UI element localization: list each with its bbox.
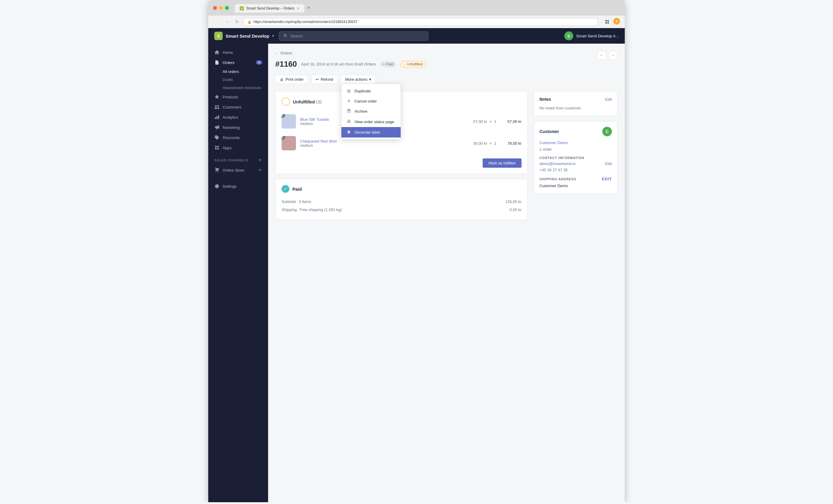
prev-order-button[interactable]: ← [597, 51, 606, 60]
more-actions-dropdown: ⊞ Duplicate ✕ Cancel order [341, 84, 401, 140]
sidebar-item-customers[interactable]: Customers [208, 102, 268, 112]
orders-icon [214, 60, 220, 65]
url-bar[interactable]: 🔒 https://smartsendio.myshopify.com/admi… [243, 18, 598, 26]
svg-rect-0 [605, 20, 607, 22]
sidebar-subitem-drafts[interactable]: Drafts [208, 76, 268, 84]
more-actions-button[interactable]: More actions ▾ ⊞ Duplicate ✕ Cancel orde [341, 75, 376, 84]
sidebar-subitem-abandoned[interactable]: Abandoned checkouts [208, 84, 268, 92]
sidebar-item-settings[interactable]: Settings [208, 181, 268, 191]
notes-header: Notes Edit [540, 97, 612, 102]
page-navigation: ← → [597, 51, 618, 60]
minimize-button[interactable] [219, 6, 223, 10]
contact-edit-button[interactable]: Edit [605, 161, 612, 166]
customer-avatar: C [602, 127, 612, 136]
shipping-address-label: SHIPPING ADDRESS [540, 177, 576, 181]
user-profile-button[interactable]: S [613, 18, 620, 25]
sidebar-submenu-orders: All orders Drafts Abandoned checkouts [208, 68, 268, 92]
more-actions-chevron-icon: ▾ [369, 77, 371, 82]
store-name: Smart Send Develop [225, 33, 269, 39]
online-store-eye-icon[interactable]: 👁 [258, 168, 262, 173]
notes-empty-text: No notes from customer [540, 106, 581, 110]
add-sales-channel-button[interactable]: + [259, 157, 262, 163]
analytics-label: Analytics [222, 115, 238, 120]
sidebar-item-apps[interactable]: Apps [208, 143, 268, 153]
order-actions: 🖨 Print order ↩ Refund More actions ▾ [275, 75, 618, 84]
dropdown-item-archive[interactable]: Archive [341, 106, 401, 117]
back-button[interactable]: ← [213, 18, 220, 25]
sidebar-item-marketing[interactable]: Marketing [208, 122, 268, 132]
customer-header: Customer C [540, 127, 612, 136]
customer-email[interactable]: demo@smartsend.io [540, 161, 575, 166]
sidebar-item-analytics[interactable]: Analytics [208, 112, 268, 122]
notes-title: Notes [540, 97, 551, 102]
dropdown-item-generate-label[interactable]: Generate label [341, 127, 401, 137]
sidebar-item-orders[interactable]: Orders 9 [208, 57, 268, 68]
generate-label-icon [346, 130, 352, 135]
online-store-icon [214, 168, 220, 173]
product-variant-2: medium [300, 144, 469, 148]
notes-edit-button[interactable]: Edit [605, 97, 612, 102]
customers-label: Customers [222, 105, 241, 109]
browser-tab-active[interactable]: S Smart Send Develop ~ Orders ✕ [235, 4, 304, 12]
main-content: ← Orders ← → #1160 April 16, 2019 at 9:1… [268, 44, 625, 502]
forward-button[interactable]: → [223, 18, 230, 25]
extensions-button[interactable] [603, 18, 611, 26]
cancel-icon: ✕ [346, 99, 352, 103]
sidebar-item-online-store[interactable]: Online Store 👁 [208, 165, 268, 175]
products-icon [214, 94, 220, 100]
sidebar-item-home[interactable]: Home [208, 47, 268, 57]
sidebar-subitem-all-orders[interactable]: All orders [208, 68, 268, 76]
refund-button[interactable]: ↩ Refund [311, 75, 338, 84]
shipping-edit-button[interactable]: Edit [602, 177, 612, 181]
contact-info-section-label: CONTACT INFORMATION [540, 156, 612, 160]
traffic-lights [213, 6, 229, 10]
app-header: S Smart Send Develop ▾ 🔍 Search S Smart … [208, 28, 625, 44]
product-multiply-1: × [490, 119, 492, 124]
online-store-label: Online Store [222, 168, 244, 173]
search-placeholder: Search [290, 34, 303, 38]
product-row-2: 2 Chequered Red Shirt medium 39,00 kr × … [282, 132, 522, 154]
order-header: #1160 April 16, 2019 at 9:16 am from Dra… [275, 59, 618, 69]
customer-name-link[interactable]: Customer Demo [540, 140, 612, 145]
view-status-icon [346, 119, 352, 124]
user-avatar[interactable]: S [564, 31, 573, 40]
customer-title: Customer [540, 129, 559, 134]
sales-channels-label: SALES CHANNELS [214, 158, 248, 162]
fulfillment-card-header: Unfulfilled (3) [282, 97, 522, 106]
store-dropdown-icon[interactable]: ▾ [272, 34, 274, 38]
breadcrumb[interactable]: ← Orders [275, 51, 618, 55]
right-column: Notes Edit No notes from customer Custom… [534, 91, 618, 225]
sidebar-item-products[interactable]: Products [208, 92, 268, 102]
payment-shipping-row: Shipping Free shipping (1.091 kg) 0,00 k… [282, 206, 522, 214]
mark-fulfilled-container: Mark as fulfilled [282, 154, 522, 168]
next-order-button[interactable]: → [609, 51, 618, 60]
dropdown-item-view-status[interactable]: View order status page [341, 117, 401, 127]
order-meta: April 16, 2019 at 9:16 am from Draft Ord… [301, 62, 376, 66]
archive-label: Archive [355, 109, 367, 114]
refund-icon: ↩ [316, 77, 319, 82]
maximize-button[interactable] [225, 6, 229, 10]
print-order-label: Print order [285, 77, 304, 82]
fulfillment-card: Unfulfilled (3) 1 [275, 91, 528, 174]
left-column: Unfulfilled (3) 1 [275, 91, 528, 225]
dropdown-item-duplicate[interactable]: ⊞ Duplicate [341, 86, 401, 96]
dropdown-item-cancel[interactable]: ✕ Cancel order [341, 96, 401, 106]
header-search[interactable]: 🔍 Search [279, 31, 428, 41]
new-tab-button[interactable]: + [304, 3, 313, 12]
unfulfilled-status-badge: Unfulfilled [400, 61, 426, 68]
tab-close-icon[interactable]: ✕ [297, 6, 300, 10]
refresh-button[interactable]: ↻ [233, 18, 241, 25]
search-icon: 🔍 [283, 34, 288, 38]
user-name: Smart Send Develop A... [576, 34, 619, 38]
sidebar-item-discounts[interactable]: Discounts [208, 132, 268, 143]
tab-title: Smart Send Develop ~ Orders [246, 6, 294, 10]
discounts-icon [214, 135, 220, 140]
product-qty-2: 2 [494, 141, 496, 146]
orders-label: Orders [222, 60, 235, 65]
print-order-button[interactable]: 🖨 Print order [275, 75, 308, 84]
mark-as-fulfilled-button[interactable]: Mark as fulfilled [483, 158, 522, 168]
close-button[interactable] [213, 6, 217, 10]
subtotal-amount: 135,00 kr [505, 199, 522, 204]
home-icon [214, 50, 220, 55]
customers-icon [214, 104, 220, 110]
